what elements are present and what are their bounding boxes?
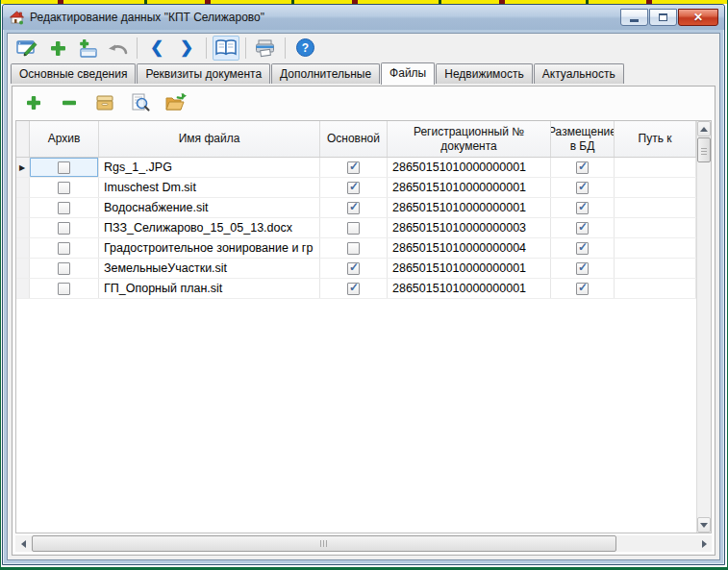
tab-files[interactable]: Файлы xyxy=(381,62,435,85)
in-db-cell[interactable] xyxy=(551,198,615,217)
save-file-button[interactable] xyxy=(93,91,116,114)
primary-checkbox[interactable] xyxy=(347,202,360,214)
scroll-up-button[interactable] xyxy=(697,121,711,136)
minimize-button[interactable] xyxy=(620,9,648,26)
reg-number-cell[interactable]: 28650151010000000003 xyxy=(388,218,551,237)
vertical-scrollbar[interactable] xyxy=(696,121,711,533)
row-selector-cell[interactable] xyxy=(16,158,30,177)
tab-main-info[interactable]: Основные сведения xyxy=(11,63,136,84)
undo-button[interactable] xyxy=(104,36,131,61)
file-name-cell[interactable]: Rgs_1_.JPG xyxy=(99,158,320,177)
primary-cell[interactable] xyxy=(320,218,388,237)
path-cell[interactable] xyxy=(615,259,696,278)
horizontal-scroll-thumb[interactable] xyxy=(32,535,616,552)
archive-checkbox[interactable] xyxy=(58,202,70,214)
in-db-cell[interactable] xyxy=(551,259,615,278)
column-header-primary[interactable]: Основной xyxy=(320,121,388,157)
in-db-checkbox[interactable] xyxy=(576,222,589,235)
column-header-archive[interactable]: Архив xyxy=(30,121,99,157)
file-name-cell[interactable]: ЗемельныеУчастки.sit xyxy=(99,259,320,278)
file-name-cell[interactable]: ПЗЗ_Селижарово_15_05_13.docx xyxy=(99,218,320,237)
archive-cell[interactable] xyxy=(30,218,99,237)
in-db-checkbox[interactable] xyxy=(576,182,589,194)
archive-cell[interactable] xyxy=(30,259,99,278)
tab-document-details[interactable]: Реквизиты документа xyxy=(137,63,270,84)
tab-additional[interactable]: Дополнительные xyxy=(271,63,380,84)
reg-number-cell[interactable]: 28650151010000000004 xyxy=(388,238,551,258)
reg-number-cell[interactable]: 28650151010000000001 xyxy=(388,259,551,278)
column-header-reg-number[interactable]: Регистрационный № документа xyxy=(388,121,551,157)
path-cell[interactable] xyxy=(615,178,696,197)
next-record-button[interactable]: ❯ xyxy=(173,36,200,61)
scroll-right-button[interactable] xyxy=(696,535,712,552)
maximize-button[interactable] xyxy=(649,9,677,26)
in-db-checkbox[interactable] xyxy=(576,262,589,275)
add-child-record-button[interactable] xyxy=(74,36,101,61)
close-button[interactable]: ✕ xyxy=(678,9,718,26)
remove-file-button[interactable] xyxy=(58,91,81,114)
file-name-cell[interactable]: Градостроительное зонирование и гр xyxy=(99,238,320,258)
in-db-cell[interactable] xyxy=(551,178,615,197)
open-file-button[interactable] xyxy=(164,91,188,114)
previous-record-button[interactable]: ❮ xyxy=(143,36,170,61)
row-selector-cell[interactable] xyxy=(16,198,30,217)
primary-cell[interactable] xyxy=(320,158,388,177)
column-header-in-db[interactable]: Размещение в БД xyxy=(551,121,615,157)
path-cell[interactable] xyxy=(615,238,696,258)
row-selector-cell[interactable] xyxy=(16,259,30,278)
help-button[interactable]: ? xyxy=(291,36,318,61)
archive-cell[interactable] xyxy=(30,198,99,217)
primary-cell[interactable] xyxy=(320,259,388,278)
vertical-scroll-thumb[interactable] xyxy=(697,137,711,162)
primary-cell[interactable] xyxy=(320,178,388,197)
reg-number-cell[interactable]: 28650151010000000001 xyxy=(388,198,551,217)
column-header-file-name[interactable]: Имя файла xyxy=(99,121,320,157)
archive-checkbox[interactable] xyxy=(58,182,70,194)
add-file-button[interactable] xyxy=(22,91,45,114)
file-name-cell[interactable]: Водоснабжение.sit xyxy=(99,198,320,217)
primary-checkbox[interactable] xyxy=(347,182,360,194)
in-db-checkbox[interactable] xyxy=(576,242,589,255)
file-name-cell[interactable]: Imuschest Dm.sit xyxy=(99,178,320,197)
in-db-checkbox[interactable] xyxy=(576,202,589,214)
in-db-cell[interactable] xyxy=(551,279,615,298)
row-selector-cell[interactable] xyxy=(16,178,30,197)
row-selector-cell[interactable] xyxy=(16,279,30,298)
primary-checkbox[interactable] xyxy=(347,283,360,295)
add-record-button[interactable] xyxy=(44,36,71,61)
titlebar[interactable]: Редактирование данных "КПТ Селижарово" ✕ xyxy=(3,5,724,30)
path-cell[interactable] xyxy=(615,218,696,237)
card-view-button[interactable] xyxy=(213,36,239,61)
tab-real-estate[interactable]: Недвижимость xyxy=(436,63,533,84)
scroll-left-button[interactable] xyxy=(15,535,31,552)
tab-actuality[interactable]: Актуальность xyxy=(534,63,624,84)
primary-cell[interactable] xyxy=(320,279,388,298)
path-cell[interactable] xyxy=(615,198,696,217)
primary-cell[interactable] xyxy=(320,238,388,258)
archive-cell[interactable] xyxy=(30,178,99,197)
archive-cell[interactable] xyxy=(30,238,99,258)
preview-file-button[interactable] xyxy=(129,91,152,114)
file-name-cell[interactable]: ГП_Опорный план.sit xyxy=(99,279,320,298)
column-header-path[interactable]: Путь к xyxy=(615,121,696,157)
in-db-cell[interactable] xyxy=(551,238,615,258)
in-db-cell[interactable] xyxy=(551,218,615,237)
archive-checkbox[interactable] xyxy=(58,242,70,255)
in-db-checkbox[interactable] xyxy=(576,161,589,174)
primary-checkbox[interactable] xyxy=(347,242,360,255)
archive-checkbox[interactable] xyxy=(58,283,70,295)
scroll-down-button[interactable] xyxy=(697,517,711,533)
row-selector-cell[interactable] xyxy=(16,238,30,258)
primary-cell[interactable] xyxy=(320,198,388,217)
archive-checkbox[interactable] xyxy=(58,262,70,275)
archive-checkbox[interactable] xyxy=(58,222,70,235)
in-db-cell[interactable] xyxy=(551,158,615,177)
archive-cell[interactable] xyxy=(30,158,99,177)
reg-number-cell[interactable]: 28650151010000000001 xyxy=(388,178,551,197)
edit-record-button[interactable] xyxy=(14,36,41,61)
reg-number-cell[interactable]: 28650151010000000001 xyxy=(388,279,551,298)
path-cell[interactable] xyxy=(615,279,696,298)
primary-checkbox[interactable] xyxy=(347,262,360,275)
archive-cell[interactable] xyxy=(30,279,99,298)
row-selector-cell[interactable] xyxy=(16,218,30,237)
